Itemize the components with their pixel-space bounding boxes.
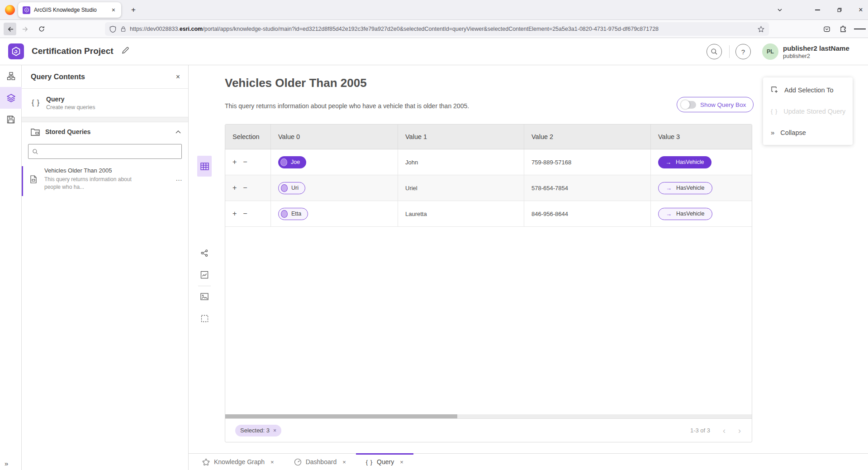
user-name: publisher2 lastName [783, 44, 849, 52]
tool-chart-button[interactable] [197, 268, 212, 282]
help-button[interactable]: ? [735, 44, 751, 59]
menu-item-collapse[interactable]: » Collapse [763, 122, 853, 143]
tab-close-icon[interactable]: × [342, 459, 346, 465]
next-page-icon[interactable]: › [738, 427, 741, 435]
window-minimize-button[interactable] [811, 5, 824, 15]
user-avatar[interactable]: PL [762, 43, 778, 60]
search-input[interactable] [41, 148, 178, 155]
window-close-button[interactable]: × [854, 5, 867, 15]
tool-select-button[interactable] [197, 311, 212, 326]
relationship-pill[interactable]: →HasVehicle [658, 182, 712, 194]
relationship-pill[interactable]: →HasVehicle [658, 208, 712, 220]
row-add-button[interactable]: + [232, 184, 237, 192]
cell-value[interactable]: Lauretta [398, 201, 524, 226]
table-row[interactable]: +− Etta Lauretta 846-956-8644 →HasVehicl… [225, 201, 752, 227]
rail-save-button[interactable] [0, 109, 22, 130]
menu-hamburger-icon[interactable] [854, 23, 866, 35]
tab-list-chevron-icon[interactable] [773, 5, 786, 15]
column-header[interactable]: Value 0 [271, 125, 398, 149]
arrow-right-icon: → [665, 159, 671, 166]
tab-knowledge-graph[interactable]: Knowledge Graph × [192, 454, 284, 470]
search-button[interactable] [707, 44, 722, 59]
pocket-icon[interactable] [821, 23, 833, 35]
cell-value[interactable]: 578-654-7854 [524, 175, 651, 201]
tool-table-view-button[interactable] [197, 156, 212, 177]
browser-tab[interactable]: ArcGIS Knowledge Studio × [18, 2, 121, 18]
table-row[interactable]: +− Uri Uriel 578-654-7854 →HasVehicle [225, 175, 752, 201]
menu-item-add-selection-to[interactable]: Add Selection To [763, 79, 853, 101]
result-title: Vehicles Older Than 2005 [225, 76, 367, 90]
tab-query[interactable]: { } Query × [356, 454, 413, 470]
toolrail-divider [198, 286, 211, 286]
column-header[interactable]: Selection [225, 125, 271, 149]
entity-pill[interactable]: Uri [278, 182, 305, 194]
tab-dashboard[interactable]: Dashboard × [284, 454, 356, 470]
table-header-row: Selection Value 0 Value 1 Value 2 Value … [225, 125, 752, 149]
back-button[interactable] [4, 23, 16, 35]
horizontal-scrollbar[interactable] [225, 414, 752, 418]
toggle-knob[interactable] [681, 100, 690, 109]
row-remove-button[interactable]: − [243, 184, 247, 192]
table-footer: Selected: 3 × 1-3 of 3 ‹ › [225, 418, 752, 442]
reload-button[interactable] [35, 23, 48, 35]
url-text[interactable]: https://dev0028833.esri.com/portal/apps/… [130, 26, 758, 32]
forward-button[interactable] [19, 23, 32, 35]
selected-count-chip[interactable]: Selected: 3 × [235, 425, 281, 436]
query-item[interactable]: { } Query Create new queries [22, 89, 188, 117]
new-tab-button[interactable]: + [128, 4, 139, 16]
menu-item-update-stored-query[interactable]: { } Update Stored Query [763, 101, 853, 122]
relationship-pill[interactable]: →HasVehicle [658, 156, 711, 168]
cell-value[interactable]: 759-889-57168 [524, 149, 651, 175]
tab-close-icon[interactable]: × [400, 459, 403, 465]
tab-title: ArcGIS Knowledge Studio [34, 7, 110, 13]
entity-pill[interactable]: Etta [278, 208, 308, 220]
scrollbar-thumb[interactable] [225, 414, 457, 418]
cell-value[interactable]: 846-956-8644 [524, 201, 651, 226]
show-query-box-label: Show Query Box [700, 101, 746, 108]
firefox-icon[interactable] [5, 5, 15, 15]
column-header[interactable]: Value 1 [398, 125, 524, 149]
column-header[interactable]: Value 2 [524, 125, 651, 149]
shield-icon[interactable] [109, 26, 116, 33]
stored-queries-title: Stored Queries [45, 128, 175, 135]
entity-dot-icon [281, 210, 288, 218]
extensions-puzzle-icon[interactable] [837, 23, 849, 35]
row-remove-button[interactable]: − [243, 158, 247, 166]
window-restore-button[interactable] [833, 5, 846, 15]
tab-close-icon[interactable]: × [270, 459, 274, 465]
clear-selection-icon[interactable]: × [273, 427, 276, 434]
column-header[interactable]: Value 3 [651, 125, 752, 149]
lock-icon[interactable] [120, 26, 126, 32]
entity-pill[interactable]: Joe [278, 156, 306, 168]
browser-tabstrip: ArcGIS Knowledge Studio × + × [0, 0, 868, 20]
toggle-track[interactable] [681, 101, 696, 109]
view-tabbar: Knowledge Graph × Dashboard × { } Query … [189, 453, 868, 470]
expand-rail-icon[interactable]: » [5, 460, 8, 467]
bookmark-star-icon[interactable] [758, 26, 764, 33]
tab-close-icon[interactable]: × [110, 6, 117, 14]
row-add-button[interactable]: + [232, 158, 237, 166]
tool-map-button[interactable] [197, 289, 212, 304]
rail-data-model-button[interactable] [0, 65, 22, 87]
tab-label: Query [377, 458, 394, 465]
table-row[interactable]: +− Joe John 759-889-57168 →HasVehicle [225, 149, 752, 175]
row-add-button[interactable]: + [232, 210, 237, 218]
rail-contents-button[interactable] [0, 87, 22, 109]
item-options-icon[interactable]: … [175, 174, 183, 193]
previous-page-icon[interactable]: ‹ [723, 427, 726, 435]
url-bar[interactable]: https://dev0028833.esri.com/portal/apps/… [105, 22, 769, 36]
show-query-box-toggle[interactable]: Show Query Box [677, 97, 754, 112]
panel-close-icon[interactable]: × [176, 73, 180, 81]
search-icon [32, 149, 38, 155]
stored-queries-header[interactable]: Stored Queries [22, 122, 188, 141]
edit-pencil-icon[interactable] [121, 46, 129, 54]
active-tab-indicator [356, 453, 413, 455]
query-contents-panel: Query Contents × { } Query Create new qu… [22, 65, 189, 470]
row-remove-button[interactable]: − [243, 210, 247, 218]
tool-link-chart-button[interactable] [197, 246, 212, 260]
chevron-up-icon[interactable] [175, 130, 181, 134]
cell-value[interactable]: John [398, 149, 524, 175]
stored-query-item[interactable]: Vehicles Older Than 2005 This query retu… [22, 166, 188, 196]
cell-value[interactable]: Uriel [398, 175, 524, 201]
stored-queries-search[interactable] [28, 144, 182, 159]
